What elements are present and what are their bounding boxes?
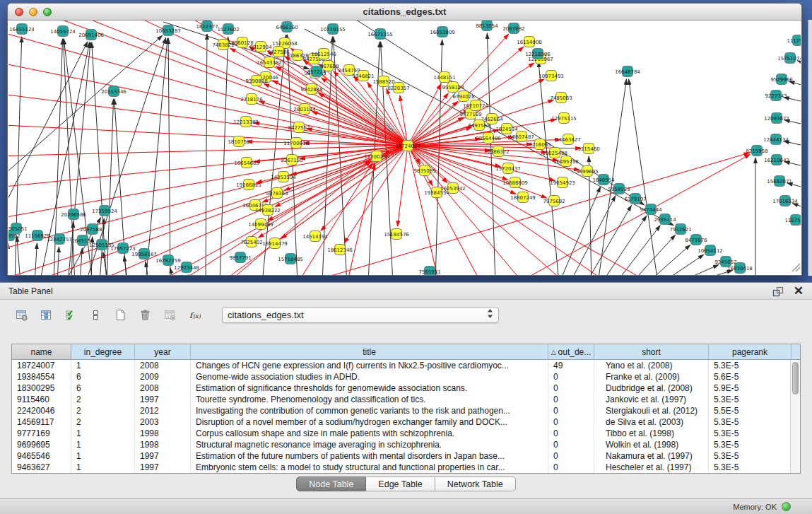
table-row[interactable]: 1456911722003Disruption of a novel membe… <box>12 416 800 428</box>
float-panel-icon[interactable] <box>772 286 784 296</box>
graph-node-label: 16543382 <box>257 60 282 66</box>
table-row[interactable]: 911546021997Tourette syndrome. Phenomeno… <box>12 394 800 405</box>
table-cell: 1998 <box>135 439 191 450</box>
graph-node-label: 20153346 <box>101 89 126 95</box>
table-cell: Genome-wide association studies in ADHD. <box>191 371 548 382</box>
scrollbar-thumb[interactable] <box>792 362 799 395</box>
edge[interactable] <box>586 206 631 275</box>
edge[interactable] <box>8 21 408 146</box>
column-header-year[interactable]: year <box>135 344 191 359</box>
table-row[interactable]: 1830029562008Estimation of significance … <box>12 382 800 394</box>
graph-node-label: 15692071 <box>767 179 792 185</box>
edge[interactable] <box>517 154 750 275</box>
selection-mode-icon[interactable] <box>64 308 78 322</box>
graph-node-label: 8267150 <box>281 158 302 163</box>
edge[interactable] <box>408 93 448 146</box>
edge[interactable] <box>408 146 481 275</box>
table-cell: 1998 <box>135 428 191 439</box>
table-cell: 6 <box>71 382 135 394</box>
delete-column-icon[interactable] <box>163 308 177 322</box>
edge[interactable] <box>559 187 601 275</box>
graph-node-label: 19958167 <box>131 252 157 257</box>
column-header-name[interactable]: name <box>12 344 71 359</box>
edge[interactable] <box>168 38 170 275</box>
desktop: citations_edges.txt 18724007746382289601… <box>0 0 812 514</box>
table-row[interactable]: 1872400712008Changes of HCN gene express… <box>12 360 800 371</box>
graph-node-label: 15751074 <box>777 56 801 62</box>
tab-node-table[interactable]: Node Table <box>296 477 366 491</box>
table-cell: Changes of HCN gene expression and I(f) … <box>191 360 548 371</box>
new-table-icon[interactable] <box>113 308 127 322</box>
table-cell: 6 <box>71 371 135 382</box>
tab-edge-table[interactable]: Edge Table <box>366 477 435 491</box>
status-bar: Memory: OK <box>0 498 812 514</box>
graph-node-label: 16671355 <box>367 32 393 37</box>
table-row[interactable]: 946554611997Estimation of the future num… <box>12 450 800 462</box>
tab-network-table[interactable]: Network Table <box>435 477 516 491</box>
column-header-short[interactable]: short <box>594 344 709 359</box>
close-window-button[interactable] <box>15 8 23 16</box>
table-cell: Dudbridge et al. (2008) <box>594 382 709 394</box>
function-builder-icon[interactable]: f(x) <box>187 308 201 322</box>
graph-node-label: 9777169 <box>459 112 481 117</box>
graph-node-label: 1822377 <box>196 24 218 30</box>
edge[interactable] <box>397 146 408 226</box>
network-canvas[interactable]: 1872400774638228960128891293415226058942… <box>8 21 801 275</box>
edge[interactable] <box>124 256 128 275</box>
table-cell: 0 <box>548 416 594 428</box>
table-row[interactable]: 969969511998Structural magnetic resonanc… <box>12 439 800 450</box>
table-row[interactable]: 977716911998Corpus callosum shape and si… <box>12 428 800 439</box>
edge[interactable] <box>629 79 658 275</box>
graph-node-label: 1640954 <box>592 177 615 183</box>
table-cell: Tibbo et al. (1998) <box>594 428 709 439</box>
graph-node-label: 17957223 <box>110 246 136 252</box>
graph-node-label: 7986372 <box>487 149 509 155</box>
delete-table-icon[interactable] <box>138 308 152 322</box>
edge[interactable] <box>206 34 207 275</box>
table-row[interactable]: 946362711997Embryonic stem cells: a mode… <box>12 462 800 473</box>
vertical-scrollbar[interactable] <box>790 360 800 473</box>
edge[interactable] <box>35 243 37 275</box>
minimize-window-button[interactable] <box>29 8 37 16</box>
edge[interactable] <box>408 101 458 146</box>
edge[interactable] <box>8 146 408 252</box>
edge[interactable] <box>8 35 163 177</box>
table-settings-icon[interactable] <box>14 308 28 322</box>
table-cell: 5.3E-5 <box>709 450 792 462</box>
table-cell: Franke et al. (2009) <box>594 371 709 382</box>
edge[interactable] <box>676 264 719 275</box>
column-header-in_degree[interactable]: in_degree <box>71 344 135 359</box>
column-header-out_de[interactable]: △out_de... <box>548 344 594 359</box>
graph-node-label: 16914479 <box>262 241 288 247</box>
table-selector-dropdown[interactable]: citations_edges.txt <box>222 307 499 323</box>
table-cell: 14569117 <box>12 416 71 428</box>
zoom-window-button[interactable] <box>43 8 52 16</box>
graph-node-label: 15226058 <box>272 41 298 47</box>
rows-icon[interactable] <box>88 308 102 322</box>
window-titlebar[interactable]: citations_edges.txt <box>8 4 801 21</box>
column-header-label: year <box>154 347 170 357</box>
column-header-title[interactable]: title <box>191 344 548 359</box>
column-header-pagerank[interactable]: pagerank <box>709 344 792 359</box>
resize-grip-icon[interactable] <box>792 264 800 271</box>
graph-node-label: 12218506 <box>525 52 551 57</box>
table-cell: 0 <box>548 371 594 382</box>
edge[interactable] <box>17 236 20 275</box>
graph-node-label: 8471676 <box>685 238 707 243</box>
graph-node-label: 2803144 <box>293 107 316 112</box>
graph-node-label: 9699695 <box>576 169 598 175</box>
edge[interactable] <box>8 93 408 146</box>
graph-node-label: 1112954 <box>787 38 801 44</box>
table-cell: 9463627 <box>12 462 71 473</box>
graph-node-label: 16210724 <box>463 103 488 109</box>
edge[interactable] <box>86 37 166 275</box>
table-cell: 1 <box>71 450 135 462</box>
table-row[interactable]: 2242004622012Investigating the contribut… <box>12 405 800 416</box>
table-cell: Stergiakouli et al. (2012) <box>594 405 709 416</box>
graph-node-label: 2718176 <box>240 97 263 103</box>
column-visibility-icon[interactable] <box>39 308 53 322</box>
table-cell: 2008 <box>135 360 191 371</box>
table-row[interactable]: 1938455462009Genome-wide association stu… <box>12 371 800 382</box>
close-panel-icon[interactable]: ✕ <box>794 286 804 296</box>
graph-node-label: 10653287 <box>155 28 181 34</box>
